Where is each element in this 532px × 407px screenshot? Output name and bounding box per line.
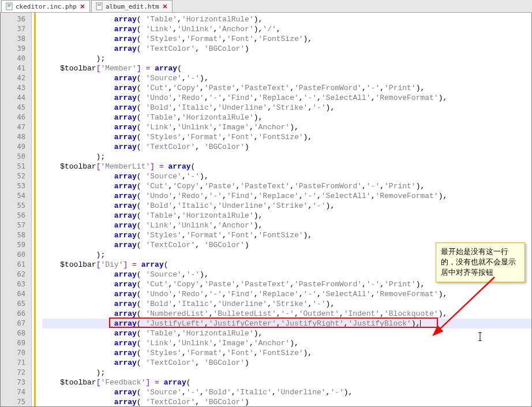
line-number: 67 [1,319,31,328]
line-number: 40 [1,54,31,64]
svg-rect-4 [96,3,102,10]
tab-album-edit[interactable]: album_edit.htm [91,0,173,12]
line-number: 55 [1,201,31,211]
code-line[interactable]: array( 'Styles','Format','Font','FontSiz… [42,348,531,358]
svg-rect-2 [8,5,11,6]
line-number: 53 [1,181,31,191]
line-number: 38 [1,34,31,44]
code-line[interactable]: array( 'Source','-'), [42,171,531,181]
line-number: 36 [1,14,31,24]
line-number: 50 [1,152,31,162]
line-number: 69 [1,338,31,348]
code-line[interactable]: array( 'Styles','Format','Font','FontSiz… [42,132,531,142]
svg-rect-1 [8,4,11,5]
text-cursor-icon [477,331,483,344]
tab-ckeditor[interactable]: ckeditor.inc.php [1,0,90,12]
code-line[interactable]: array( 'TextColor', 'BGColor') [42,142,531,152]
line-number: 43 [1,83,31,93]
line-number: 61 [1,260,31,270]
line-number: 39 [1,44,31,54]
line-number-gutter: 3637383940414243444546474849505152535455… [1,13,32,406]
code-line[interactable]: array( 'Styles','Format','Font','FontSiz… [42,230,531,240]
line-number: 47 [1,122,31,132]
line-number: 56 [1,211,31,221]
code-line[interactable]: ); [42,152,531,162]
line-number: 75 [1,397,31,407]
line-number: 72 [1,368,31,378]
code-line[interactable]: array( 'NumberedList','BulletedList','-'… [42,309,531,319]
line-number: 63 [1,279,31,289]
code-line[interactable]: ); [42,368,531,378]
tab-bar: ckeditor.inc.php album_edit.htm [0,0,532,13]
editor: 3637383940414243444546474849505152535455… [0,13,532,407]
line-number: 46 [1,113,31,122]
tab-label: album_edit.htm [106,3,159,10]
annotation-callout: 最开始是没有这一行的，没有也就不会显示居中对齐等按钮 [436,242,525,282]
line-number: 71 [1,358,31,368]
line-number: 51 [1,162,31,171]
code-line[interactable]: array( 'TextColor', 'BGColor') [42,44,531,54]
line-number: 64 [1,289,31,299]
line-number: 65 [1,299,31,309]
code-line[interactable]: $toolbar['Member'] = array( [42,64,531,73]
code-line[interactable]: array( 'Table','HorizontalRule'), [42,211,531,221]
line-number: 57 [1,221,31,230]
line-number: 49 [1,142,31,152]
file-icon [95,2,103,10]
code-line[interactable]: array( 'TextColor', 'BGColor') [42,358,531,368]
code-line[interactable]: ); [42,54,531,64]
code-line[interactable]: array( 'Cut','Copy','Paste','PasteText',… [42,83,531,93]
code-line[interactable]: array( 'Link','Unlink','Anchor'), [42,221,531,230]
line-number: 37 [1,24,31,34]
line-number: 48 [1,132,31,142]
code-line[interactable]: array( 'Bold','Italic','Underline','Stri… [42,103,531,113]
svg-rect-3 [8,6,10,7]
code-line[interactable]: array( 'Undo','Redo','-','Find','Replace… [42,191,531,201]
code-line[interactable]: array( 'Table','HorizontalRule'), [42,328,531,338]
line-number: 68 [1,328,31,338]
line-number: 45 [1,103,31,113]
svg-rect-6 [98,5,101,6]
line-number: 58 [1,230,31,240]
code-line[interactable]: array( 'Bold','Italic','Underline','Stri… [42,299,531,309]
code-line[interactable]: $toolbar['MemberLit'] = array( [42,162,531,171]
code-line[interactable]: array( 'Undo','Redo','-','Find','Replace… [42,289,531,299]
svg-rect-5 [98,4,101,5]
line-number: 52 [1,171,31,181]
line-number: 73 [1,378,31,387]
code-line[interactable]: array( 'Table','HorizontalRule'), [42,113,531,122]
callout-text: 最开始是没有这一行的，没有也就不会显示居中对齐等按钮 [441,247,516,277]
code-line[interactable]: $toolbar['Feedback'] = array( [42,378,531,387]
line-number: 54 [1,191,31,201]
close-icon[interactable] [162,3,168,10]
line-number: 70 [1,348,31,358]
code-line[interactable]: array( 'TextColor', 'BGColor') [42,397,531,406]
code-line[interactable]: array( 'Bold','Italic','Underline','Stri… [42,201,531,211]
code-line[interactable]: array( 'Table','HorizontalRule'), [42,14,531,24]
line-number: 66 [1,309,31,319]
line-number: 62 [1,270,31,279]
code-line[interactable]: array( 'Link','Unlink','Image','Anchor')… [42,338,531,348]
code-line[interactable]: array( 'Undo','Redo','-','Find','Replace… [42,93,531,103]
line-number: 60 [1,250,31,260]
code-line[interactable]: array( 'JustifyLeft','JustifyCenter','Ju… [42,319,531,328]
code-line[interactable]: array( 'Cut','Copy','Paste','PasteText',… [42,181,531,191]
tab-label: ckeditor.inc.php [16,3,77,10]
code-area[interactable]: array( 'Table','HorizontalRule'), array(… [32,13,531,406]
line-number: 59 [1,240,31,250]
line-number: 41 [1,64,31,73]
line-number: 44 [1,93,31,103]
code-line[interactable]: array( 'Link','Unlink','Image','Anchor')… [42,122,531,132]
line-number: 42 [1,73,31,83]
close-icon[interactable] [79,3,86,10]
code-line[interactable]: array( 'Styles','Format','Font','FontSiz… [42,34,531,44]
code-line[interactable]: array( 'Source','-'), [42,73,531,83]
file-icon [5,2,13,10]
code-line[interactable]: array( 'Link','Unlink','Anchor'),'/', [42,24,531,34]
line-number: 74 [1,387,31,397]
code-line[interactable]: array( 'Source','-','Bold','Italic','Und… [42,387,531,397]
change-indicator [34,13,36,406]
